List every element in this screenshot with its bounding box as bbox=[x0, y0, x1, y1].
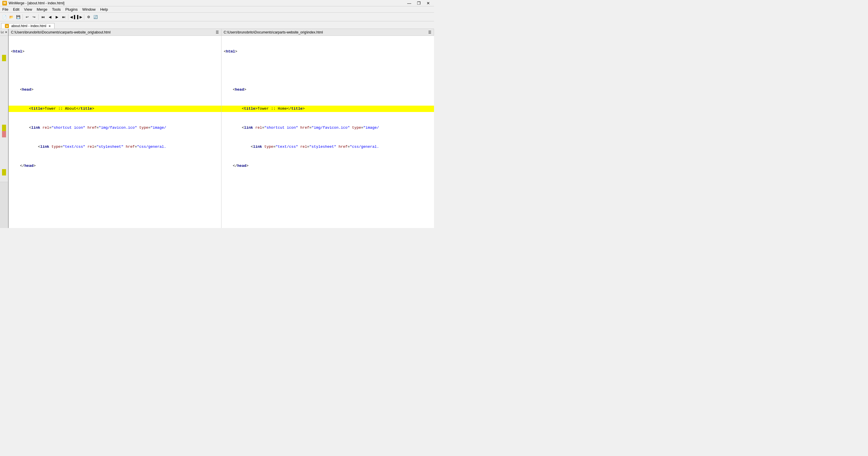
ind-line-12 bbox=[0, 106, 8, 112]
right-line-6: <link type="text/css" rel="stylesheet" h… bbox=[221, 144, 434, 150]
maximize-button[interactable]: ❐ bbox=[415, 1, 423, 5]
ind-line-14 bbox=[0, 118, 8, 125]
new-button[interactable]: 📄 bbox=[1, 14, 7, 20]
ind-line-23 bbox=[0, 175, 8, 182]
menu-merge[interactable]: Merge bbox=[34, 7, 50, 12]
left-diff-pane[interactable]: <html> <head> <title>Tower :: About</tit… bbox=[9, 36, 221, 228]
toolbar-sep-4 bbox=[84, 14, 84, 20]
toolbar-sep-3 bbox=[68, 14, 68, 20]
toolbar: 📄 📂 💾 ↩ ↪ ⏮ ◀ ▶ ⏭ ◀▐ ▌▶ ⚙ 🔄 bbox=[0, 13, 434, 21]
left-line-9 bbox=[9, 201, 221, 207]
close-button[interactable]: ✕ bbox=[425, 1, 432, 5]
menu-edit[interactable]: Edit bbox=[11, 7, 22, 12]
right-pane-path: C:\Users\brunobrito\Documents\carparts-w… bbox=[224, 30, 323, 34]
main-area: Lc ✕ bbox=[0, 29, 434, 228]
app-icon: W bbox=[2, 1, 7, 5]
redo-button[interactable]: ↪ bbox=[31, 14, 37, 20]
diff-panel-label: Diff Pa bbox=[0, 182, 8, 228]
tab-icon: W bbox=[5, 24, 9, 28]
left-pane-menu-icon[interactable]: ☰ bbox=[216, 30, 219, 34]
right-line-2 bbox=[221, 67, 434, 74]
options-button[interactable]: ⚙ bbox=[85, 14, 92, 20]
ind-line-10 bbox=[0, 93, 8, 99]
window-title: WinMerge - [about.html - index.html] bbox=[9, 1, 64, 5]
ind-line-5 bbox=[0, 61, 8, 67]
ind-line-21 bbox=[0, 163, 8, 169]
right-line-5: <link rel="shortcut icon" href="img/favi… bbox=[221, 125, 434, 131]
left-line-1: <html> bbox=[9, 49, 221, 55]
toolbar-sep-2 bbox=[38, 14, 39, 20]
ind-diff-line-15 bbox=[2, 125, 6, 131]
ind-line-8 bbox=[0, 80, 8, 87]
right-line-9 bbox=[221, 201, 434, 207]
first-diff-button[interactable]: ⏮ bbox=[40, 14, 46, 20]
left-line-3: <head> bbox=[9, 87, 221, 93]
ind-line-17 bbox=[0, 137, 8, 144]
prev-diff-button[interactable]: ◀ bbox=[47, 14, 53, 20]
ind-diff-line-4 bbox=[2, 55, 6, 61]
tab-close-button[interactable]: ✕ bbox=[49, 25, 51, 28]
left-line-5: <link rel="shortcut icon" href="img/favi… bbox=[9, 125, 221, 131]
menu-window[interactable]: Window bbox=[80, 7, 98, 12]
left-pane-header: C:\Users\brunobrito\Documents\carparts-w… bbox=[9, 29, 221, 36]
menu-bar: File Edit View Merge Tools Plugins Windo… bbox=[0, 6, 434, 13]
indicator-close[interactable]: ✕ bbox=[5, 31, 7, 34]
diff-indicator-panel: Lc ✕ bbox=[0, 29, 9, 228]
right-diff-pane[interactable]: <html> <head> <title>Tower :: Home</titl… bbox=[221, 36, 434, 228]
refresh-button[interactable]: 🔄 bbox=[92, 14, 99, 20]
ind-line-19 bbox=[0, 150, 8, 156]
panes-content: <html> <head> <title>Tower :: About</tit… bbox=[9, 36, 434, 228]
menu-tools[interactable]: Tools bbox=[50, 7, 63, 12]
menu-help[interactable]: Help bbox=[98, 7, 110, 12]
tab-bar: W about.html - index.html ✕ bbox=[0, 21, 434, 29]
ind-line-13 bbox=[0, 112, 8, 118]
tab-0[interactable]: W about.html - index.html ✕ bbox=[1, 23, 55, 29]
left-line-10 bbox=[9, 220, 221, 226]
left-line-8 bbox=[9, 182, 221, 188]
left-line-6: <link type="text/css" rel="stylesheet" h… bbox=[9, 144, 221, 150]
ind-line-11 bbox=[0, 99, 8, 106]
left-pane-inner: <html> <head> <title>Tower :: About</tit… bbox=[9, 36, 221, 228]
ind-line-3 bbox=[0, 49, 8, 55]
lc-label: Lc bbox=[1, 31, 4, 34]
ind-line-9 bbox=[0, 87, 8, 93]
right-line-10 bbox=[221, 220, 434, 226]
title-bar-controls[interactable]: — ❐ ✕ bbox=[405, 1, 432, 5]
minimize-button[interactable]: — bbox=[405, 1, 413, 5]
ind-line-2 bbox=[0, 42, 8, 49]
panes-header: C:\Users\brunobrito\Documents\carparts-w… bbox=[9, 29, 434, 36]
right-line-1: <html> bbox=[221, 49, 434, 55]
right-code-area: <html> <head> <title>Tower :: Home</titl… bbox=[221, 36, 434, 228]
indicator-header: Lc ✕ bbox=[0, 29, 8, 36]
copy-left-button[interactable]: ◀▐ bbox=[69, 14, 76, 20]
left-pane-path: C:\Users\brunobrito\Documents\carparts-w… bbox=[11, 30, 111, 34]
right-pane-menu-icon[interactable]: ☰ bbox=[428, 30, 431, 34]
copy-right-button[interactable]: ▌▶ bbox=[76, 14, 83, 20]
right-pane-inner: <html> <head> <title>Tower :: Home</titl… bbox=[221, 36, 434, 228]
ind-diff-line-16 bbox=[2, 131, 6, 137]
right-pane-header: C:\Users\brunobrito\Documents\carparts-w… bbox=[221, 29, 434, 36]
left-line-4: <title>Tower :: About</title> bbox=[9, 106, 221, 112]
ind-line-18 bbox=[0, 144, 8, 150]
title-bar: W WinMerge - [about.html - index.html] —… bbox=[0, 0, 434, 6]
panes-container: C:\Users\brunobrito\Documents\carparts-w… bbox=[9, 29, 434, 228]
right-line-3: <head> bbox=[221, 87, 434, 93]
ind-line-1 bbox=[0, 36, 8, 42]
menu-view[interactable]: View bbox=[22, 7, 34, 12]
ind-diff-line-22 bbox=[2, 169, 6, 175]
menu-file[interactable]: File bbox=[0, 7, 11, 12]
ind-line-7 bbox=[0, 74, 8, 80]
ind-line-6 bbox=[0, 67, 8, 74]
toolbar-sep-1 bbox=[23, 14, 23, 20]
next-diff-button[interactable]: ▶ bbox=[54, 14, 60, 20]
indicator-lines bbox=[0, 36, 8, 182]
right-line-4: <title>Tower :: Home</title> bbox=[221, 106, 434, 112]
open-button[interactable]: 📂 bbox=[8, 14, 14, 20]
tab-label: about.html - index.html bbox=[11, 24, 46, 28]
right-line-7: </head> bbox=[221, 163, 434, 169]
left-line-2 bbox=[9, 67, 221, 74]
last-diff-button[interactable]: ⏭ bbox=[61, 14, 67, 20]
save-button[interactable]: 💾 bbox=[15, 14, 21, 20]
undo-button[interactable]: ↩ bbox=[24, 14, 30, 20]
menu-plugins[interactable]: Plugins bbox=[63, 7, 80, 12]
